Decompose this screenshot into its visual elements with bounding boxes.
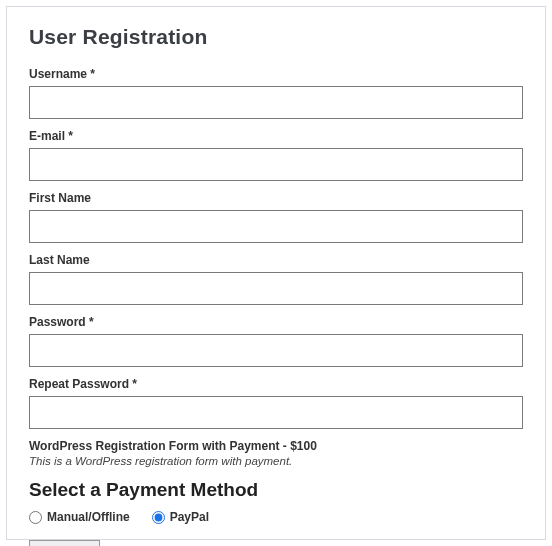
field-email: E-mail * bbox=[29, 129, 523, 181]
last-name-input[interactable] bbox=[29, 272, 523, 305]
payment-option-manual[interactable]: Manual/Offline bbox=[29, 510, 130, 524]
email-input[interactable] bbox=[29, 148, 523, 181]
field-last-name: Last Name bbox=[29, 253, 523, 305]
payment-paypal-label: PayPal bbox=[170, 510, 209, 524]
last-name-label: Last Name bbox=[29, 253, 523, 267]
first-name-label: First Name bbox=[29, 191, 523, 205]
email-label: E-mail * bbox=[29, 129, 523, 143]
field-repeat-password: Repeat Password * bbox=[29, 377, 523, 429]
page-title: User Registration bbox=[29, 25, 523, 49]
payment-radio-paypal[interactable] bbox=[152, 511, 165, 524]
password-input[interactable] bbox=[29, 334, 523, 367]
payment-option-paypal[interactable]: PayPal bbox=[152, 510, 209, 524]
registration-panel: User Registration Username * E-mail * Fi… bbox=[6, 6, 546, 540]
register-button[interactable]: Register bbox=[29, 540, 100, 546]
payment-method-heading: Select a Payment Method bbox=[29, 479, 523, 501]
username-label: Username * bbox=[29, 67, 523, 81]
field-username: Username * bbox=[29, 67, 523, 119]
repeat-password-input[interactable] bbox=[29, 396, 523, 429]
payment-radio-manual[interactable] bbox=[29, 511, 42, 524]
password-label: Password * bbox=[29, 315, 523, 329]
field-password: Password * bbox=[29, 315, 523, 367]
payment-description: This is a WordPress registration form wi… bbox=[29, 455, 523, 467]
payment-manual-label: Manual/Offline bbox=[47, 510, 130, 524]
field-first-name: First Name bbox=[29, 191, 523, 243]
payment-product-line: WordPress Registration Form with Payment… bbox=[29, 439, 523, 453]
first-name-input[interactable] bbox=[29, 210, 523, 243]
username-input[interactable] bbox=[29, 86, 523, 119]
repeat-password-label: Repeat Password * bbox=[29, 377, 523, 391]
payment-method-options: Manual/Offline PayPal bbox=[29, 510, 523, 524]
